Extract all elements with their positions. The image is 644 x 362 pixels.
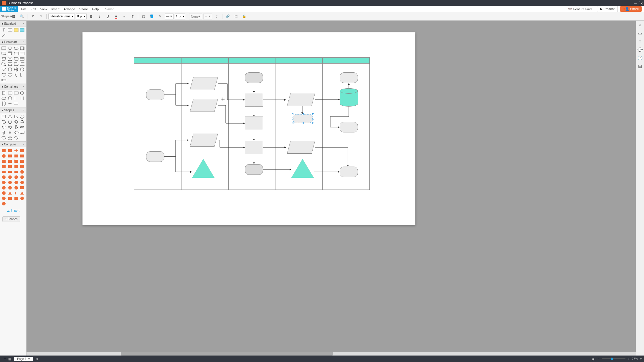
terminator-shape-5[interactable] bbox=[340, 72, 358, 83]
triangle-shape-2[interactable] bbox=[291, 159, 314, 178]
compute-33[interactable] bbox=[1, 191, 6, 195]
container-1[interactable] bbox=[1, 91, 6, 95]
arrow-d-shape[interactable] bbox=[14, 125, 19, 129]
container-10[interactable] bbox=[7, 101, 13, 106]
add-page-button[interactable]: ⊕ bbox=[34, 356, 39, 361]
data-shape[interactable] bbox=[1, 57, 6, 61]
lane-header-1[interactable] bbox=[134, 58, 181, 64]
layers-icon[interactable]: ▤ bbox=[638, 64, 643, 69]
arrow-start-select[interactable]: None ▾ bbox=[189, 14, 202, 19]
compute-27[interactable] bbox=[14, 180, 19, 185]
compute-6[interactable] bbox=[7, 154, 13, 158]
heart-shape[interactable] bbox=[1, 125, 6, 129]
compute-36[interactable] bbox=[19, 191, 25, 195]
compute-30[interactable] bbox=[7, 185, 13, 190]
comment-button[interactable]: ⬚ bbox=[232, 13, 240, 20]
border-button[interactable]: ▢ bbox=[140, 13, 147, 20]
container-9[interactable] bbox=[1, 101, 6, 106]
back-to-slides-button[interactable]: Back to Slides bbox=[0, 6, 18, 12]
display-shape[interactable] bbox=[1, 72, 6, 77]
text-panel-icon[interactable]: T bbox=[638, 39, 643, 44]
close-icon[interactable]: × bbox=[23, 40, 24, 44]
fullscreen-icon[interactable]: ⛶ bbox=[639, 1, 643, 6]
compute-28[interactable] bbox=[19, 180, 25, 185]
process-shape-3[interactable] bbox=[245, 141, 263, 154]
compute-13[interactable] bbox=[1, 164, 6, 169]
page-icon[interactable]: ▭ bbox=[638, 31, 643, 36]
redo-button[interactable]: ↷ bbox=[37, 13, 44, 20]
compute-19[interactable] bbox=[14, 170, 19, 174]
process-shape[interactable] bbox=[1, 46, 6, 51]
document-shape[interactable] bbox=[1, 51, 6, 56]
undo-button[interactable]: ↶ bbox=[29, 13, 36, 20]
lane-header-2[interactable] bbox=[181, 58, 229, 64]
compute-22[interactable] bbox=[7, 175, 13, 180]
circle-shape[interactable] bbox=[7, 119, 13, 124]
merge-shape[interactable] bbox=[1, 67, 6, 72]
close-icon[interactable]: × bbox=[23, 108, 24, 112]
compute-40[interactable] bbox=[19, 196, 25, 201]
compute-2[interactable] bbox=[7, 148, 13, 153]
compute-41[interactable] bbox=[1, 201, 6, 206]
internal-shape[interactable] bbox=[19, 57, 25, 61]
compute-38[interactable] bbox=[7, 196, 13, 201]
grid-view-icon[interactable]: ▦ bbox=[7, 356, 12, 361]
text-options-button[interactable]: T bbox=[129, 13, 136, 20]
menu-arrange[interactable]: Arrange bbox=[64, 7, 75, 11]
section-compute-header[interactable]: ▾ Compute× bbox=[0, 141, 26, 147]
link-button[interactable]: 🔗 bbox=[224, 13, 231, 20]
section-containers-header[interactable]: ▾ Containers× bbox=[0, 84, 26, 89]
compute-29[interactable] bbox=[1, 185, 6, 190]
align-button[interactable]: ≡ bbox=[121, 13, 128, 20]
block-tool[interactable] bbox=[19, 28, 25, 32]
data-shape-5[interactable] bbox=[287, 141, 315, 154]
section-standard-header[interactable]: ▾ Standard× bbox=[0, 21, 26, 26]
canvas-page[interactable]: ✛ bbox=[82, 32, 415, 225]
compute-37[interactable] bbox=[1, 196, 6, 201]
container-6[interactable] bbox=[7, 96, 13, 101]
compute-10[interactable] bbox=[7, 159, 13, 164]
compute-14[interactable] bbox=[7, 164, 13, 169]
compute-31[interactable] bbox=[14, 185, 19, 190]
compute-32[interactable] bbox=[19, 185, 25, 190]
terminator-shape-2[interactable] bbox=[146, 151, 164, 162]
arrow-end-select[interactable]: → ▾ bbox=[203, 14, 212, 19]
data-shape-4[interactable] bbox=[287, 93, 315, 106]
menu-view[interactable]: View bbox=[40, 7, 47, 11]
close-icon[interactable]: × bbox=[23, 142, 24, 146]
arrow-lr-shape[interactable] bbox=[19, 125, 25, 129]
compute-20[interactable] bbox=[19, 170, 25, 174]
terminator-shape-4[interactable] bbox=[245, 164, 263, 175]
triangle-shape[interactable] bbox=[7, 114, 13, 119]
lane-header-5[interactable] bbox=[323, 58, 369, 64]
compute-12[interactable] bbox=[19, 159, 25, 164]
compute-11[interactable] bbox=[14, 159, 19, 164]
compute-34[interactable] bbox=[7, 191, 13, 195]
menu-edit[interactable]: Edit bbox=[31, 7, 36, 11]
cross-shape[interactable] bbox=[14, 119, 19, 124]
data-shape-2[interactable] bbox=[190, 99, 218, 112]
container-11[interactable] bbox=[14, 101, 19, 106]
zoom-slider[interactable] bbox=[602, 358, 625, 359]
card-shape[interactable] bbox=[19, 51, 25, 56]
outline-view-icon[interactable]: ☰ bbox=[2, 356, 7, 361]
canvas[interactable]: ✛ bbox=[27, 21, 636, 356]
note-tool[interactable] bbox=[14, 28, 19, 32]
note-shape[interactable] bbox=[19, 72, 25, 77]
sum-shape[interactable] bbox=[19, 67, 25, 72]
multidoc-shape[interactable] bbox=[7, 51, 13, 56]
cloud-shape[interactable] bbox=[19, 119, 25, 124]
lock-button[interactable]: 🔒 bbox=[241, 13, 248, 20]
shapes-menu-button[interactable]: ✦ Shapes ▾ bbox=[2, 13, 9, 20]
arrow-u-shape[interactable] bbox=[1, 130, 6, 135]
comment-panel-icon[interactable]: 💬 bbox=[638, 47, 643, 52]
compute-24[interactable] bbox=[19, 175, 25, 180]
menu-file[interactable]: File bbox=[21, 7, 27, 11]
swimlane-diagram[interactable] bbox=[134, 57, 370, 190]
font-size-select[interactable]: 8pt▾ bbox=[76, 14, 87, 19]
zoom-level[interactable]: 75% bbox=[632, 357, 638, 361]
database-shape[interactable] bbox=[7, 57, 13, 61]
swimlane-shape[interactable] bbox=[1, 78, 6, 82]
add-shapes-button[interactable]: + Shapes bbox=[2, 216, 20, 222]
search-button[interactable]: 🔍 bbox=[18, 13, 25, 20]
